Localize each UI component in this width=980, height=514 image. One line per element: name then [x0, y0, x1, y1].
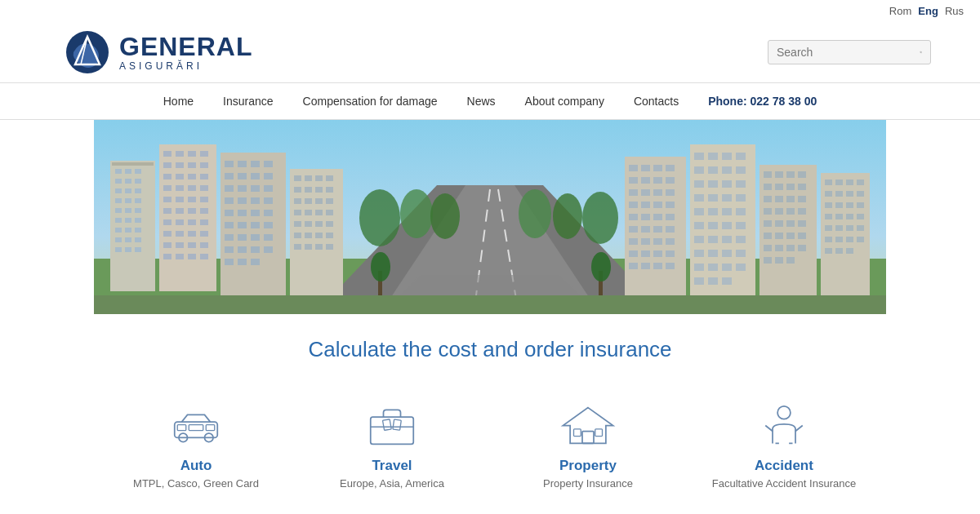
svg-rect-154: [629, 177, 638, 184]
svg-rect-134: [326, 221, 333, 227]
svg-rect-75: [176, 254, 184, 259]
svg-rect-230: [798, 171, 806, 178]
svg-rect-238: [798, 196, 806, 202]
svg-rect-184: [653, 263, 662, 269]
card-property-title: Property: [559, 458, 617, 474]
svg-rect-58: [163, 208, 172, 214]
svg-rect-297: [206, 425, 215, 431]
svg-rect-30: [135, 228, 141, 233]
svg-rect-198: [736, 180, 746, 188]
svg-rect-16: [115, 188, 122, 193]
logo-text: GENERAL ASIGURĂRI: [119, 33, 252, 71]
svg-rect-150: [629, 165, 638, 171]
svg-rect-69: [200, 231, 208, 237]
nav-compensation[interactable]: Compensation for damage: [288, 83, 452, 119]
svg-rect-237: [786, 196, 795, 202]
svg-rect-223: [694, 277, 704, 285]
nav-news[interactable]: News: [452, 83, 510, 119]
svg-rect-269: [846, 202, 853, 208]
nav-about[interactable]: About company: [510, 83, 619, 119]
svg-rect-43: [176, 162, 184, 168]
travel-icon: [363, 403, 421, 448]
svg-rect-14: [125, 179, 131, 184]
card-travel-title: Travel: [372, 458, 412, 474]
svg-rect-250: [798, 233, 806, 239]
nav-insurance[interactable]: Insurance: [208, 83, 287, 119]
svg-rect-236: [775, 196, 783, 202]
svg-rect-31: [115, 237, 122, 242]
nav-home[interactable]: Home: [149, 83, 208, 119]
svg-rect-82: [264, 161, 273, 167]
svg-rect-113: [251, 259, 260, 265]
svg-rect-34: [115, 247, 122, 252]
logo-icon: [65, 30, 109, 74]
svg-rect-303: [582, 432, 594, 444]
search-box[interactable]: [768, 40, 931, 64]
svg-rect-112: [238, 259, 247, 265]
svg-rect-211: [694, 236, 704, 243]
svg-rect-15: [135, 179, 141, 184]
search-input[interactable]: [777, 46, 920, 59]
svg-rect-26: [125, 218, 131, 223]
lang-rus[interactable]: Rus: [945, 5, 964, 17]
card-travel[interactable]: Travel Europe, Asia, America: [294, 395, 490, 498]
svg-rect-267: [825, 202, 832, 208]
svg-rect-225: [722, 277, 732, 285]
svg-rect-219: [694, 264, 704, 271]
svg-rect-188: [708, 153, 718, 160]
svg-rect-262: [857, 179, 864, 185]
svg-rect-194: [736, 166, 746, 174]
svg-rect-229: [786, 171, 795, 178]
svg-point-306: [777, 406, 791, 419]
svg-rect-278: [857, 225, 864, 231]
svg-rect-195: [694, 180, 704, 188]
svg-rect-232: [775, 184, 783, 190]
svg-rect-175: [641, 238, 650, 245]
card-property[interactable]: Property Property Insurance: [490, 395, 686, 498]
svg-rect-53: [200, 185, 208, 191]
card-auto[interactable]: Auto MTPL, Casco, Green Card: [98, 395, 294, 498]
svg-rect-52: [188, 185, 196, 191]
logo[interactable]: GENERAL ASIGURĂRI: [65, 30, 252, 74]
card-accident-subtitle: Facultative Accident Insurance: [712, 477, 856, 490]
svg-rect-177: [666, 238, 675, 245]
svg-rect-263: [825, 191, 832, 197]
svg-rect-45: [200, 162, 208, 168]
svg-rect-281: [846, 237, 853, 242]
svg-rect-300: [383, 419, 392, 431]
svg-rect-55: [176, 197, 184, 202]
svg-rect-284: [835, 248, 843, 254]
svg-rect-17: [125, 188, 131, 193]
svg-rect-35: [125, 247, 131, 252]
nav-contacts[interactable]: Contacts: [619, 83, 693, 119]
svg-rect-235: [764, 196, 772, 202]
header: GENERAL ASIGURĂRI: [0, 22, 980, 82]
svg-rect-185: [666, 263, 675, 269]
svg-rect-63: [176, 219, 184, 225]
svg-rect-96: [238, 210, 247, 216]
svg-rect-173: [666, 226, 675, 233]
svg-rect-270: [857, 202, 864, 208]
svg-rect-126: [326, 198, 333, 204]
svg-rect-59: [176, 208, 184, 214]
lang-rom[interactable]: Rom: [889, 5, 911, 17]
svg-rect-117: [315, 175, 323, 181]
svg-rect-296: [189, 425, 203, 431]
card-accident[interactable]: Accident Facultative Accident Insurance: [686, 395, 882, 498]
svg-rect-212: [708, 236, 718, 243]
svg-rect-56: [188, 197, 196, 202]
svg-rect-248: [775, 233, 783, 239]
svg-rect-251: [764, 245, 772, 251]
svg-rect-241: [786, 208, 795, 215]
lang-eng[interactable]: Eng: [918, 5, 938, 17]
svg-rect-95: [225, 210, 234, 216]
svg-rect-244: [775, 220, 783, 227]
svg-rect-130: [326, 210, 333, 215]
svg-rect-189: [722, 153, 732, 160]
svg-rect-285: [846, 248, 853, 254]
svg-rect-257: [786, 257, 795, 264]
svg-rect-253: [786, 245, 795, 251]
svg-rect-274: [857, 214, 864, 219]
svg-rect-255: [764, 257, 772, 264]
svg-rect-275: [825, 225, 832, 231]
